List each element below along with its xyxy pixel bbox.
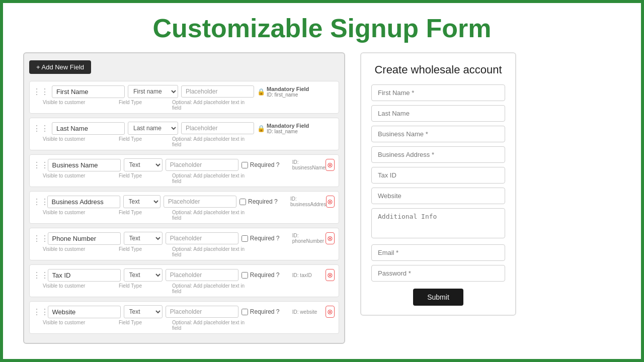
field-type-select[interactable]: Text — [123, 195, 161, 208]
required-checkbox[interactable] — [242, 235, 248, 242]
drag-handle-icon[interactable]: ⋮⋮ — [33, 197, 44, 207]
required-checkbox[interactable] — [242, 272, 248, 279]
field-type-label: Field Type — [119, 246, 169, 257]
required-label: Required ? — [250, 272, 280, 279]
placeholder-hint: Optional: Add placeholder text in field — [172, 320, 245, 331]
form-textarea-field[interactable] — [371, 208, 505, 238]
field-name-input[interactable] — [47, 196, 120, 208]
field-builder-panel: + Add New Field ⋮⋮ First name 🔒 Mandator… — [23, 52, 345, 344]
field-name-input[interactable] — [48, 269, 121, 282]
form-title: Create wholesale account — [371, 63, 505, 76]
drag-handle-icon[interactable]: ⋮⋮ — [33, 307, 45, 317]
drag-handle-icon[interactable]: ⋮⋮ — [33, 234, 45, 243]
required-area: Required ? — [242, 308, 289, 315]
visible-label: Visible to customer — [43, 283, 116, 294]
field-id: ID: last_name — [267, 129, 309, 134]
drag-handle-icon[interactable]: ⋮⋮ — [33, 160, 45, 170]
mandatory-badge: 🔒 Mandatory Field ID: first_name — [257, 86, 312, 98]
placeholder-input[interactable] — [166, 269, 238, 281]
field-type-label: Field Type — [119, 283, 169, 294]
required-area: Required ? — [242, 161, 289, 168]
field-type-select[interactable]: Text — [124, 305, 163, 318]
drag-handle-icon[interactable]: ⋮⋮ — [33, 270, 45, 280]
field-row: ⋮⋮ Last name 🔒 Mandatory Field ID: last_… — [29, 118, 339, 150]
submit-button[interactable]: Submit — [413, 289, 463, 306]
field-id: ID: website — [292, 309, 323, 315]
visible-label: Visible to customer — [43, 173, 116, 184]
required-area: Required ? — [242, 272, 289, 279]
lock-icon: 🔒 — [257, 125, 265, 132]
placeholder-hint: Optional: Add placeholder text in field — [172, 136, 245, 147]
form-input-field[interactable] — [371, 244, 505, 261]
placeholder-input[interactable] — [164, 196, 236, 208]
placeholder-input[interactable] — [181, 122, 254, 134]
field-type-select[interactable]: Text — [124, 232, 163, 245]
visible-label: Visible to customer — [43, 100, 116, 111]
field-id: ID: phoneNumber — [292, 233, 323, 244]
field-type-label: Field Type — [119, 320, 169, 331]
delete-field-button[interactable]: ⊗ — [326, 269, 335, 281]
delete-field-button[interactable]: ⊗ — [326, 196, 335, 208]
required-label: Required ? — [248, 198, 278, 205]
visible-label: Visible to customer — [43, 210, 116, 221]
add-new-field-button[interactable]: + Add New Field — [29, 60, 91, 74]
form-input-field[interactable] — [371, 146, 505, 163]
field-id: ID: first_name — [267, 92, 309, 98]
field-type-select[interactable]: First name — [128, 85, 178, 98]
placeholder-input[interactable] — [181, 85, 254, 98]
mandatory-text: Mandatory Field — [267, 86, 309, 92]
delete-field-button[interactable]: ⊗ — [326, 306, 335, 318]
required-label: Required ? — [250, 308, 280, 315]
field-name-input[interactable] — [48, 232, 121, 245]
field-row: ⋮⋮ Text Required ? ID: phoneNumber ⊗ Vis… — [29, 228, 339, 260]
form-input-field[interactable] — [371, 84, 505, 101]
placeholder-input[interactable] — [166, 232, 238, 244]
required-checkbox[interactable] — [239, 199, 246, 205]
field-row: ⋮⋮ Text Required ? ID: businessName ⊗ Vi… — [29, 154, 339, 187]
form-input-field[interactable] — [371, 105, 505, 122]
placeholder-input[interactable] — [166, 159, 238, 171]
placeholder-hint: Optional: Add placeholder text in field — [172, 100, 245, 111]
placeholder-hint: Optional: Add placeholder text in field — [172, 283, 245, 294]
form-input-field[interactable] — [371, 265, 505, 282]
field-row: ⋮⋮ Text Required ? ID: website ⊗ Visible… — [29, 301, 339, 334]
field-type-select[interactable]: Text — [124, 268, 163, 282]
field-name-input[interactable] — [48, 306, 121, 318]
placeholder-hint: Optional: Add placeholder text in field — [172, 246, 245, 257]
field-type-label: Field Type — [119, 210, 169, 221]
field-id: ID: taxID — [292, 273, 323, 278]
field-row: ⋮⋮ Text Required ? ID: taxID ⊗ Visible t… — [29, 264, 339, 297]
drag-handle-icon[interactable]: ⋮⋮ — [33, 87, 49, 97]
field-type-label: Field Type — [119, 136, 169, 147]
required-area: Required ? — [242, 235, 289, 242]
placeholder-hint: Optional: Add placeholder text in field — [172, 210, 245, 221]
form-input-field[interactable] — [371, 126, 505, 142]
delete-field-button[interactable]: ⊗ — [326, 159, 335, 171]
visible-label: Visible to customer — [43, 136, 116, 147]
required-checkbox[interactable] — [242, 309, 248, 315]
field-type-label: Field Type — [119, 100, 169, 111]
required-label: Required ? — [250, 161, 280, 168]
mandatory-text: Mandatory Field — [267, 123, 309, 129]
required-label: Required ? — [250, 235, 280, 242]
field-id: ID: businessName — [292, 159, 323, 170]
placeholder-hint: Optional: Add placeholder text in field — [172, 173, 245, 184]
required-checkbox[interactable] — [242, 162, 248, 168]
visible-label: Visible to customer — [43, 246, 116, 257]
mandatory-badge: 🔒 Mandatory Field ID: last_name — [257, 123, 312, 134]
field-type-label: Field Type — [119, 173, 169, 184]
drag-handle-icon[interactable]: ⋮⋮ — [33, 124, 49, 133]
field-name-input[interactable] — [48, 159, 121, 171]
placeholder-input[interactable] — [166, 306, 238, 318]
field-type-select[interactable]: Last name — [128, 122, 178, 135]
delete-field-button[interactable]: ⊗ — [326, 232, 335, 244]
field-type-select[interactable]: Text — [124, 158, 163, 171]
field-id: ID: businessAddress — [290, 196, 323, 207]
field-row: ⋮⋮ First name 🔒 Mandatory Field ID: firs… — [29, 81, 339, 114]
required-area: Required ? — [239, 198, 287, 205]
form-input-field[interactable] — [371, 188, 505, 204]
form-input-field[interactable] — [371, 167, 505, 184]
page-title: Customizable Signup Form — [3, 3, 641, 52]
field-name-input[interactable] — [52, 122, 125, 135]
field-name-input[interactable] — [52, 85, 125, 98]
